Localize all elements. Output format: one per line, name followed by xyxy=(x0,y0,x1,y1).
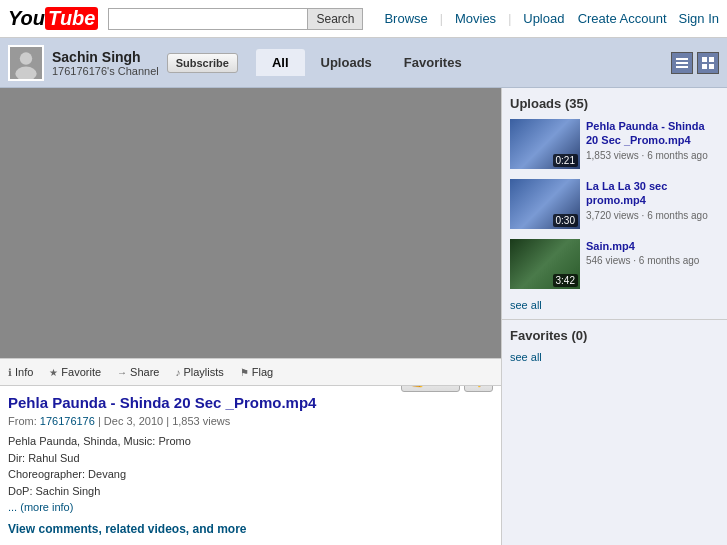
info-icon: ℹ xyxy=(8,367,12,378)
video-description: Pehla Paunda, Shinda, Music: Promo Dir: … xyxy=(8,433,493,516)
sidebar-video-title: Sain.mp4 xyxy=(586,239,719,253)
tab-uploads[interactable]: Uploads xyxy=(305,49,388,76)
flag-label: Flag xyxy=(252,366,273,378)
svg-point-2 xyxy=(15,66,36,80)
search-button[interactable]: Search xyxy=(308,8,363,30)
from-label: From: xyxy=(8,415,37,427)
video-duration: 3:42 xyxy=(553,274,578,287)
header: YouTube Search Browse | Movies | Upload … xyxy=(0,0,727,38)
logo-tube: Tube xyxy=(45,7,98,30)
dislike-button[interactable]: 👎 xyxy=(464,386,493,392)
share-label: Share xyxy=(130,366,159,378)
more-info-link[interactable]: ... (more info) xyxy=(8,501,73,513)
header-auth: Create Account Sign In xyxy=(578,11,719,26)
desc-line1: Pehla Paunda, Shinda, Music: Promo xyxy=(8,433,493,450)
video-views: 1,853 views xyxy=(172,415,230,427)
favorite-label: Favorite xyxy=(61,366,101,378)
svg-rect-5 xyxy=(676,66,688,68)
subscribe-button[interactable]: Subscribe xyxy=(167,53,238,73)
video-player[interactable] xyxy=(0,88,501,358)
sidebar-video-info: Sain.mp4 546 views · 6 months ago xyxy=(586,239,719,289)
info-section: 👍 Like 👎 Pehla Paunda - Shinda 20 Sec _P… xyxy=(0,386,501,545)
info-label: Info xyxy=(15,366,33,378)
sign-in-link[interactable]: Sign In xyxy=(679,11,719,26)
nav-browse[interactable]: Browse xyxy=(384,11,427,26)
svg-rect-4 xyxy=(676,62,688,64)
channel-info: Sachin Singh 176176176's Channel xyxy=(52,49,159,77)
svg-rect-7 xyxy=(709,57,714,62)
video-duration: 0:21 xyxy=(553,154,578,167)
desc-line4: DoP: Sachin Singh xyxy=(8,483,493,500)
sidebar-video-item[interactable]: 0:21 Pehla Paunda - Shinda 20 Sec _Promo… xyxy=(510,119,719,169)
thumbs-down-icon: 👎 xyxy=(471,386,486,388)
sidebar-video-thumb: 0:21 xyxy=(510,119,580,169)
channel-id: 176176176's Channel xyxy=(52,65,159,77)
share-icon: → xyxy=(117,367,127,378)
sidebar-video-thumb: 0:30 xyxy=(510,179,580,229)
sidebar-video-info: Pehla Paunda - Shinda 20 Sec _Promo.mp4 … xyxy=(586,119,719,169)
sidebar: Uploads (35) 0:21 Pehla Paunda - Shinda … xyxy=(501,88,727,545)
header-nav: Browse | Movies | Upload xyxy=(384,11,564,26)
star-icon: ★ xyxy=(49,367,58,378)
nav-upload[interactable]: Upload xyxy=(523,11,564,26)
like-button[interactable]: 👍 Like xyxy=(401,386,460,392)
from-user-link[interactable]: 176176176 xyxy=(40,415,95,427)
favorite-action[interactable]: ★ Favorite xyxy=(49,366,101,378)
desc-line3: Choreographer: Devang xyxy=(8,466,493,483)
create-account-link[interactable]: Create Account xyxy=(578,11,667,26)
info-action[interactable]: ℹ Info xyxy=(8,366,33,378)
flag-action[interactable]: ⚑ Flag xyxy=(240,366,273,378)
main-content: ℹ Info ★ Favorite → Share ♪ Playlists ⚑ … xyxy=(0,88,727,545)
list-view-toggle[interactable] xyxy=(671,52,693,74)
svg-rect-6 xyxy=(702,57,707,62)
playlists-label: Playlists xyxy=(183,366,223,378)
search-input[interactable] xyxy=(108,8,308,30)
svg-point-1 xyxy=(20,52,32,64)
svg-rect-3 xyxy=(676,58,688,60)
video-date: Dec 3, 2010 xyxy=(104,415,163,427)
favorites-section: Favorites (0) see all xyxy=(502,320,727,371)
channel-name: Sachin Singh xyxy=(52,49,159,65)
favorites-title: Favorites (0) xyxy=(510,328,719,343)
favorites-see-all-link[interactable]: see all xyxy=(510,351,719,363)
channel-bar: Sachin Singh 176176176's Channel Subscri… xyxy=(0,38,727,88)
view-comments-link[interactable]: View comments, related videos, and more xyxy=(8,522,493,536)
sidebar-video-meta: 1,853 views · 6 months ago xyxy=(586,150,719,161)
like-dislike-controls: 👍 Like 👎 xyxy=(401,386,493,392)
sidebar-video-title: La La La 30 sec promo.mp4 xyxy=(586,179,719,208)
sidebar-video-item[interactable]: 3:42 Sain.mp4 546 views · 6 months ago xyxy=(510,239,719,289)
sidebar-video-meta: 546 views · 6 months ago xyxy=(586,255,719,266)
sidebar-video-meta: 3,720 views · 6 months ago xyxy=(586,210,719,221)
uploads-title: Uploads (35) xyxy=(510,96,719,111)
desc-line2: Dir: Rahul Sud xyxy=(8,450,493,467)
video-title: Pehla Paunda - Shinda 20 Sec _Promo.mp4 xyxy=(8,394,493,411)
sidebar-video-thumb: 3:42 xyxy=(510,239,580,289)
nav-movies[interactable]: Movies xyxy=(455,11,496,26)
like-label: Like xyxy=(429,386,451,388)
grid-view-toggle[interactable] xyxy=(697,52,719,74)
sidebar-video-item[interactable]: 0:30 La La La 30 sec promo.mp4 3,720 vie… xyxy=(510,179,719,229)
avatar xyxy=(8,45,44,81)
logo-you: You xyxy=(8,7,45,30)
video-meta: From: 176176176 | Dec 3, 2010 | 1,853 vi… xyxy=(8,415,493,427)
tab-all[interactable]: All xyxy=(256,49,305,76)
video-section: ℹ Info ★ Favorite → Share ♪ Playlists ⚑ … xyxy=(0,88,501,545)
logo: YouTube xyxy=(8,7,98,30)
uploads-see-all-link[interactable]: see all xyxy=(510,299,719,311)
svg-rect-8 xyxy=(702,64,707,69)
playlist-icon: ♪ xyxy=(175,367,180,378)
share-action[interactable]: → Share xyxy=(117,366,159,378)
uploads-section: Uploads (35) 0:21 Pehla Paunda - Shinda … xyxy=(502,88,727,320)
video-actions-bar: ℹ Info ★ Favorite → Share ♪ Playlists ⚑ … xyxy=(0,358,501,386)
playlists-action[interactable]: ♪ Playlists xyxy=(175,366,223,378)
tab-favorites[interactable]: Favorites xyxy=(388,49,478,76)
view-toggles xyxy=(671,52,719,74)
search-bar: Search xyxy=(108,8,368,30)
flag-icon: ⚑ xyxy=(240,367,249,378)
sidebar-video-title: Pehla Paunda - Shinda 20 Sec _Promo.mp4 xyxy=(586,119,719,148)
sidebar-video-info: La La La 30 sec promo.mp4 3,720 views · … xyxy=(586,179,719,229)
thumbs-up-icon: 👍 xyxy=(410,386,425,388)
video-duration: 0:30 xyxy=(553,214,578,227)
svg-rect-9 xyxy=(709,64,714,69)
channel-tabs: All Uploads Favorites xyxy=(256,49,478,76)
